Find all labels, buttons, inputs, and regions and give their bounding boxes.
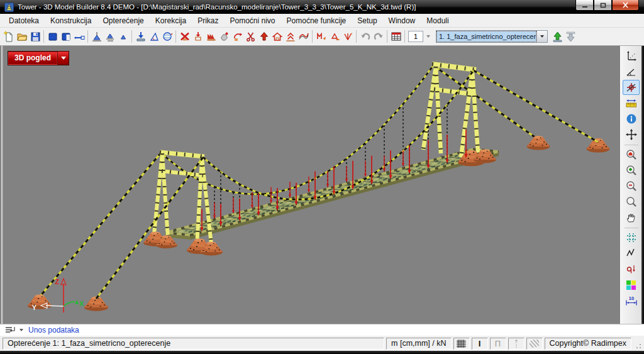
- window-controls: [575, 0, 639, 11]
- minimize-icon: [582, 3, 588, 8]
- import-level-icon[interactable]: [134, 30, 147, 43]
- render-colors-icon[interactable]: [623, 277, 640, 292]
- save-icon[interactable]: [28, 30, 42, 43]
- dimension-icon[interactable]: 10: [623, 293, 640, 308]
- support-roller-icon[interactable]: [116, 30, 130, 43]
- dimension-value-label: 10: [628, 296, 633, 301]
- mode-dropdown-icon[interactable]: [19, 329, 23, 333]
- load-case-value[interactable]: 1. 1_faza_simetricno_opterecenje: [437, 31, 536, 41]
- dotted-line-icon: [514, 339, 518, 348]
- menu-konstrukcija[interactable]: Konstrukcija: [45, 14, 97, 27]
- raise-node-icon[interactable]: [191, 30, 204, 43]
- point-move-icon[interactable]: [218, 30, 231, 43]
- angle-measure-icon[interactable]: [623, 64, 640, 79]
- status-load-case-text: Opterećenje 1: 1_faza_simetricno_opterec…: [8, 339, 170, 348]
- tables-icon[interactable]: [389, 30, 402, 43]
- move-icon[interactable]: [623, 127, 640, 142]
- menu-pomocni-nivo[interactable]: Pomoćni nivo: [224, 14, 280, 27]
- support-pinned-icon[interactable]: [103, 30, 116, 43]
- extrude-icon[interactable]: [257, 30, 270, 43]
- zoom-all-icon[interactable]: [623, 147, 640, 162]
- resize-grip[interactable]: [633, 338, 641, 350]
- frame-load-icon[interactable]: [204, 30, 218, 43]
- angle-icon[interactable]: [147, 30, 160, 43]
- load-case-dropdown-button[interactable]: [536, 31, 547, 42]
- model-viewport[interactable]: 3D pogled: [3, 46, 620, 324]
- storeys-icon[interactable]: [284, 30, 297, 43]
- zoom-in-icon[interactable]: [623, 163, 640, 178]
- view-selector-label[interactable]: 3D pogled: [8, 52, 57, 65]
- open-icon[interactable]: [15, 30, 28, 43]
- bottom-window-border: [0, 351, 644, 354]
- status-units-text: m [cm,mm] / kN: [391, 339, 447, 348]
- menu-korekcija[interactable]: Korekcija: [150, 14, 192, 27]
- rotate-copy-icon[interactable]: [231, 30, 244, 43]
- pan-hand-icon[interactable]: [623, 210, 640, 225]
- menu-prikaz[interactable]: Prikaz: [192, 14, 224, 27]
- selection-axes-icon[interactable]: [623, 80, 640, 95]
- beam-node-icon[interactable]: [72, 30, 86, 43]
- sidebar-separator: [625, 145, 638, 145]
- maximize-button[interactable]: [594, 0, 612, 11]
- load-display-icon[interactable]: [623, 262, 640, 277]
- toolbar-separator: [175, 30, 176, 43]
- load-case-combobox[interactable]: 1. 1_faza_simetricno_opterecenje: [436, 30, 548, 43]
- mode-bar: Unos podataka: [0, 324, 644, 336]
- spline-icon[interactable]: [297, 30, 310, 43]
- phase-down-icon[interactable]: [564, 30, 577, 43]
- ucs-axes-icon[interactable]: [623, 48, 640, 64]
- menu-opterecenje[interactable]: Opterećenje: [97, 14, 149, 27]
- menu-setup[interactable]: Setup: [352, 14, 382, 27]
- close-button[interactable]: [612, 0, 639, 11]
- status-load-case: Opterećenje 1: 1_faza_simetricno_opterec…: [3, 338, 384, 350]
- delete-icon[interactable]: [178, 30, 191, 43]
- phase-dropdown-button[interactable]: [423, 31, 433, 42]
- mesh-toggle[interactable]: [453, 338, 470, 350]
- zoom-out-icon[interactable]: [623, 179, 640, 194]
- block-partial-icon[interactable]: [59, 30, 72, 43]
- status-copyright: Copyright© Radimpex: [545, 338, 631, 350]
- fragment-grid-icon[interactable]: [623, 230, 640, 245]
- load-m-icon[interactable]: [314, 30, 328, 43]
- block-icon[interactable]: [46, 30, 59, 43]
- menu-window[interactable]: Window: [383, 14, 421, 27]
- status-units[interactable]: m [cm,mm] / kN: [386, 338, 452, 350]
- ruler-icon[interactable]: [623, 96, 640, 111]
- phase-number-field[interactable]: 1: [408, 31, 423, 42]
- load-fan-icon[interactable]: [341, 30, 354, 43]
- beam-toggle[interactable]: I: [472, 338, 488, 350]
- info-icon[interactable]: [623, 111, 640, 126]
- mode-label: Unos podataka: [26, 326, 79, 335]
- section-zigzag-icon[interactable]: [623, 246, 640, 261]
- undo-icon[interactable]: [358, 30, 372, 43]
- axis-toggle[interactable]: [508, 338, 525, 350]
- phase-up-icon[interactable]: [551, 30, 564, 43]
- slab-toggle[interactable]: Π: [490, 338, 506, 350]
- minimize-button[interactable]: [575, 0, 594, 11]
- data-entry-mode-icon[interactable]: [4, 326, 17, 335]
- storey-up-icon[interactable]: [270, 30, 284, 43]
- main-area: 3D pogled: [0, 46, 644, 324]
- menu-moduli[interactable]: Moduli: [421, 14, 454, 27]
- beam-label: I: [479, 339, 481, 348]
- axis-x-label: X: [79, 300, 84, 307]
- slab-label: Π: [495, 339, 501, 348]
- menu-datoteka[interactable]: Datoteka: [3, 14, 45, 27]
- load-small-icon[interactable]: [328, 30, 341, 43]
- axis-y-label: Y: [32, 304, 37, 311]
- view-selector-button[interactable]: 3D pogled: [8, 51, 69, 65]
- zoom-window-icon[interactable]: [623, 194, 640, 209]
- redo-icon[interactable]: [372, 30, 385, 43]
- cut-icon[interactable]: [244, 30, 257, 43]
- view-selector-dropdown[interactable]: [57, 52, 69, 65]
- orbit-icon[interactable]: [160, 30, 174, 43]
- hatch-toggle[interactable]: [526, 338, 543, 350]
- toolbar-separator: [131, 30, 132, 43]
- app-icon: [4, 3, 14, 12]
- bridge-3d-scene[interactable]: Z Y X: [3, 46, 620, 324]
- toolbar-separator: [312, 30, 313, 43]
- status-bar: Opterećenje 1: 1_faza_simetricno_opterec…: [0, 336, 644, 351]
- support-fixed-icon[interactable]: [90, 30, 103, 43]
- new-icon[interactable]: [2, 30, 15, 43]
- menu-pomocne-funkcije[interactable]: Pomoćne funkcije: [281, 14, 352, 27]
